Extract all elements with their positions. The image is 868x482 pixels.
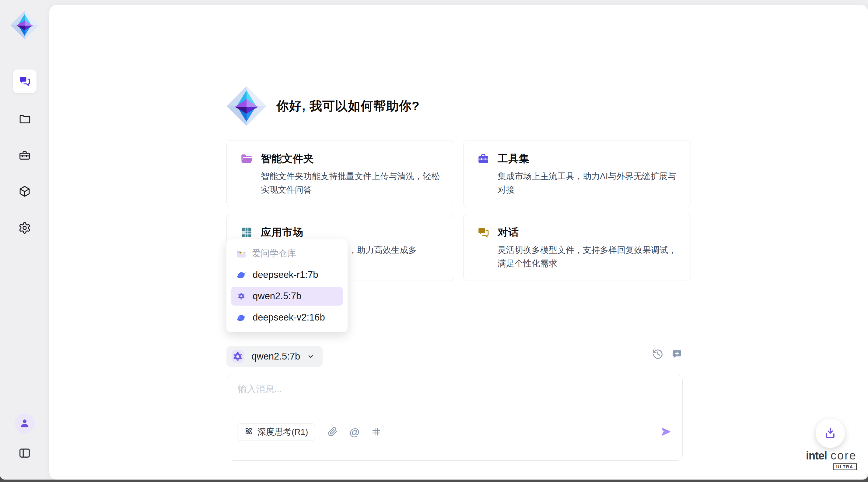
sidebar-item-models[interactable] bbox=[13, 180, 36, 203]
new-chat-icon bbox=[672, 348, 683, 361]
main-panel: 你好, 我可以如何帮助你? 智能文件夹 智能文件夹功能支持批量文件上传与清洗，轻… bbox=[49, 5, 868, 480]
dropdown-item-qwen[interactable]: qwen2.5:7b bbox=[231, 287, 343, 306]
core-word: core bbox=[831, 449, 857, 462]
chevron-down-icon bbox=[307, 352, 315, 361]
deepseek-whale-icon bbox=[236, 312, 247, 323]
sidebar-item-folders[interactable] bbox=[13, 107, 36, 131]
hash-icon bbox=[371, 427, 381, 437]
user-avatar[interactable] bbox=[14, 414, 35, 433]
card-header: 工具集 bbox=[477, 152, 678, 165]
dropdown-item-label: deepseek-v2:16b bbox=[253, 312, 325, 323]
user-avatar-icon bbox=[19, 417, 31, 430]
panel-toggle-button[interactable] bbox=[13, 442, 36, 465]
card-title: 工具集 bbox=[498, 152, 530, 166]
attach-file-button[interactable] bbox=[328, 427, 338, 437]
paperclip-icon bbox=[328, 427, 338, 437]
dropdown-item-deepseek-r1[interactable]: deepseek-r1:7b bbox=[231, 265, 343, 284]
at-sign-icon: @ bbox=[349, 427, 360, 437]
toolbox-icon bbox=[18, 149, 31, 163]
panel-toggle-icon bbox=[18, 447, 31, 460]
greeting-title: 你好, 我可以如何帮助你? bbox=[276, 98, 420, 115]
deep-think-button[interactable]: 深度思考(R1) bbox=[237, 423, 315, 441]
screen-bottom-bar bbox=[0, 480, 868, 482]
qwen-logo-icon bbox=[231, 349, 245, 364]
sidebar-item-settings[interactable] bbox=[13, 216, 36, 240]
repository-folder-icon bbox=[236, 249, 246, 258]
open-folder-icon bbox=[240, 152, 253, 165]
toolbox-icon bbox=[477, 152, 490, 165]
intel-logo-text: intel core bbox=[806, 449, 857, 462]
card-title: 对话 bbox=[498, 225, 519, 239]
history-button[interactable] bbox=[652, 348, 663, 361]
card-description: 灵活切换多模型文件，支持多样回复效果调试，满足个性化需求 bbox=[498, 244, 678, 270]
dropdown-group-header: 爱问学仓库 bbox=[231, 244, 343, 263]
deepseek-whale-icon bbox=[236, 270, 247, 280]
cube-icon bbox=[18, 185, 31, 199]
dropdown-group-label: 爱问学仓库 bbox=[252, 247, 296, 260]
message-input[interactable] bbox=[237, 382, 673, 417]
gear-icon bbox=[18, 222, 31, 235]
history-icon bbox=[652, 348, 663, 361]
mention-button[interactable]: @ bbox=[349, 427, 360, 437]
intel-core-badge: intel core ULTRA bbox=[806, 449, 857, 470]
download-icon bbox=[824, 426, 837, 441]
new-chat-button[interactable] bbox=[672, 348, 683, 361]
card-header: 对话 bbox=[477, 226, 678, 239]
attach-group: @ bbox=[328, 427, 381, 437]
atom-icon bbox=[244, 427, 253, 438]
app-logo-large-icon bbox=[226, 86, 267, 126]
model-selector-label: qwen2.5:7b bbox=[251, 351, 300, 362]
composer-toolbar: 深度思考(R1) @ bbox=[237, 423, 672, 441]
sidebar-item-chat[interactable] bbox=[13, 69, 36, 93]
message-composer: 深度思考(R1) @ bbox=[228, 375, 683, 461]
dropdown-item-label: deepseek-r1:7b bbox=[253, 270, 318, 280]
folder-icon bbox=[18, 112, 31, 126]
card-header: 应用市场 bbox=[240, 226, 442, 239]
card-description: 智能文件夹功能支持批量文件上传与清洗，轻松实现文件问答 bbox=[261, 170, 442, 197]
sidebar-item-toolbox[interactable] bbox=[13, 144, 36, 168]
send-button[interactable] bbox=[660, 426, 672, 438]
download-button[interactable] bbox=[816, 419, 845, 448]
dropdown-item-label: qwen2.5:7b bbox=[253, 291, 301, 302]
ultra-badge: ULTRA bbox=[833, 463, 857, 470]
app-logo-icon bbox=[10, 10, 39, 39]
dropdown-item-deepseek-v2[interactable]: deepseek-v2:16b bbox=[231, 308, 343, 327]
card-header: 智能文件夹 bbox=[240, 152, 442, 165]
card-dialog[interactable]: 对话 灵活切换多模型文件，支持多样回复效果调试，满足个性化需求 bbox=[463, 214, 691, 281]
card-smart-folder[interactable]: 智能文件夹 智能文件夹功能支持批量文件上传与清洗，轻松实现文件问答 bbox=[226, 140, 454, 207]
model-dropdown-menu: 爱问学仓库 deepseek-r1:7b bbox=[226, 239, 348, 332]
card-toolset[interactable]: 工具集 集成市场上主流工具，助力AI与外界无缝扩展与对接 bbox=[463, 140, 691, 207]
topic-button[interactable] bbox=[371, 427, 381, 437]
card-description: 集成市场上主流工具，助力AI与外界无缝扩展与对接 bbox=[498, 170, 678, 197]
greeting: 你好, 我可以如何帮助你? bbox=[226, 86, 420, 126]
chat-bubbles-icon bbox=[477, 226, 490, 239]
send-icon bbox=[660, 426, 672, 438]
screen: 你好, 我可以如何帮助你? 智能文件夹 智能文件夹功能支持批量文件上传与清洗，轻… bbox=[0, 0, 868, 482]
chat-bubbles-icon bbox=[18, 75, 31, 88]
app-grid-icon bbox=[240, 226, 253, 239]
card-title: 智能文件夹 bbox=[261, 152, 314, 166]
model-selector-button[interactable]: qwen2.5:7b bbox=[226, 346, 322, 367]
qwen-logo-icon bbox=[236, 291, 247, 301]
deep-think-label: 深度思考(R1) bbox=[257, 426, 308, 438]
app-window: 你好, 我可以如何帮助你? 智能文件夹 智能文件夹功能支持批量文件上传与清洗，轻… bbox=[0, 0, 868, 480]
card-title: 应用市场 bbox=[261, 225, 304, 239]
sidebar bbox=[0, 0, 49, 480]
intel-word: intel bbox=[806, 449, 827, 462]
chat-actions bbox=[652, 348, 683, 361]
